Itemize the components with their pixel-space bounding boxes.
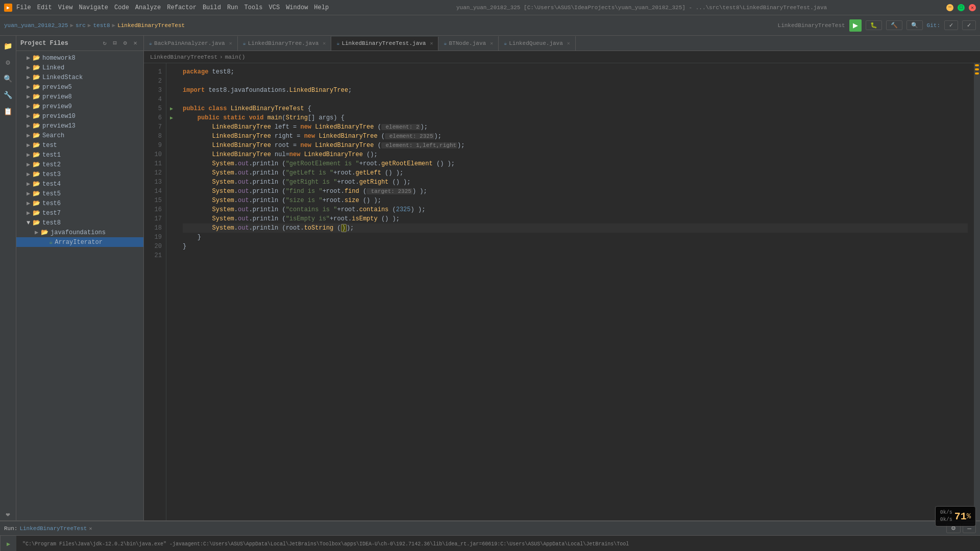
gutter-6[interactable]: ▶ — [166, 113, 177, 122]
tree-item-test1[interactable]: ▶ 📂 test1 — [16, 150, 143, 160]
code-line-17: System.out.println ("isEmpty is"+root.is… — [183, 214, 968, 223]
breadcrumb-bar: LinkedBinaryTreeTest › main() — [144, 51, 980, 63]
breadcrumb-src[interactable]: src — [76, 22, 86, 29]
tree-item-test2[interactable]: ▶ 📂 test2 — [16, 160, 143, 169]
breadcrumb-test8[interactable]: test8 — [93, 22, 110, 29]
collapse-icon[interactable]: ⊟ — [111, 39, 119, 47]
tab-backpain[interactable]: ☕ BackPainAnalyzer.java ✕ — [144, 36, 238, 51]
java-icon: ☕ — [149, 40, 152, 46]
code-line-2 — [183, 77, 968, 86]
tab-close-backpain[interactable]: ✕ — [229, 40, 232, 46]
tree-item-linkedstack[interactable]: ▶ 📂 LinkedStack — [16, 72, 143, 82]
run-config-name[interactable]: LinkedBinaryTreeTest — [19, 525, 87, 532]
minimize-button[interactable]: ─ — [946, 4, 953, 11]
tree-item-test8[interactable]: ▼ 📂 test8 — [16, 218, 143, 228]
tree-item-search[interactable]: ▶ 📂 Search — [16, 131, 143, 140]
toolbar: yuan_yuan_20182_325 ▶ src ▶ test8 ▶ Link… — [0, 15, 980, 36]
tree-item-test[interactable]: ▶ 📂 test — [16, 140, 143, 150]
build-button[interactable]: 🔨 — [886, 20, 902, 30]
tab-close-btnode[interactable]: ✕ — [490, 40, 493, 46]
menu-navigate[interactable]: Navigate — [79, 4, 108, 11]
tab-linkedbinarytree[interactable]: ☕ LinkedBinaryTree.java ✕ — [238, 36, 332, 51]
run-button[interactable]: ▶ — [849, 19, 862, 32]
sidebar-project-icon[interactable]: 📁 — [2, 40, 14, 52]
tab-close-lbt[interactable]: ✕ — [323, 40, 326, 46]
tree-label: Search — [42, 132, 64, 139]
menu-build[interactable]: Build — [203, 4, 221, 11]
menu-tools[interactable]: Tools — [244, 4, 263, 11]
menu-refactor[interactable]: Refactor — [167, 4, 197, 11]
code-line-9: LinkedBinaryTree root = new LinkedBinary… — [183, 141, 968, 150]
tree-item-arrayiterator[interactable]: ☕ ArrayIterator — [16, 237, 143, 247]
sidebar-git-icon[interactable]: 🔧 — [2, 89, 14, 101]
tree-label: test3 — [42, 171, 61, 178]
code-line-5: public class LinkedBinaryTreeTest { — [183, 104, 968, 113]
sync-icon[interactable]: ↻ — [101, 39, 109, 47]
tab-close-lq[interactable]: ✕ — [567, 40, 570, 46]
tab-linkedqueue[interactable]: ☕ LinkedQueue.java ✕ — [499, 36, 576, 51]
tree-item-preview8[interactable]: ▶ 📂 preview8 — [16, 92, 143, 102]
tree-item-preview13[interactable]: ▶ 📂 preview13 — [16, 121, 143, 131]
tree-item-homework8[interactable]: ▶ 📂 homework8 — [16, 53, 143, 63]
git-check-button[interactable]: ✓ — [944, 20, 958, 30]
menu-vcs[interactable]: VCS — [269, 4, 280, 11]
file-tree-content[interactable]: ▶ 📂 homework8 ▶ 📂 Linked ▶ 📂 LinkedStack… — [16, 51, 143, 520]
tree-item-test7[interactable]: ▶ 📂 test7 — [16, 208, 143, 218]
menu-analyze[interactable]: Analyze — [135, 4, 161, 11]
gutter-5[interactable]: ▶ — [166, 104, 177, 113]
tree-item-test6[interactable]: ▶ 📂 test6 — [16, 198, 143, 208]
right-indicator[interactable] — [974, 63, 980, 520]
tree-item-test4[interactable]: ▶ 📂 test4 — [16, 179, 143, 189]
tab-label: LinkedBinaryTreeTest.java — [341, 40, 426, 46]
tree-label: preview9 — [42, 103, 72, 110]
menu-help[interactable]: Help — [314, 4, 329, 11]
file-tree: Project Files ↻ ⊟ ⚙ ✕ ▶ 📂 homework8 ▶ 📂 … — [16, 36, 144, 520]
editor-tabs[interactable]: ☕ BackPainAnalyzer.java ✕ ☕ LinkedBinary… — [144, 36, 980, 51]
run-tab-close[interactable]: ✕ — [89, 525, 92, 532]
sidebar-bottom-icon[interactable]: ❤ — [2, 508, 14, 520]
menu-run[interactable]: Run — [227, 4, 238, 11]
tree-item-test5[interactable]: ▶ 📂 test5 — [16, 189, 143, 198]
tree-item-test3[interactable]: ▶ 📂 test3 — [16, 169, 143, 179]
tab-linkedbinarytreetest[interactable]: ☕ LinkedBinaryTreeTest.java ✕ — [331, 37, 438, 51]
sidebar-favorites-icon[interactable]: 📋 — [2, 105, 14, 117]
menu-bar[interactable]: File Edit View Navigate Code Analyze Ref… — [16, 4, 329, 11]
close-button[interactable]: ✕ — [969, 4, 976, 11]
tree-label: preview10 — [42, 113, 76, 120]
title-bar: ▶ File Edit View Navigate Code Analyze R… — [0, 0, 980, 15]
tree-item-preview5[interactable]: ▶ 📂 preview5 — [16, 82, 143, 92]
debug-button[interactable]: 🐛 — [866, 20, 882, 30]
breadcrumb-project[interactable]: yuan_yuan_20182_325 — [4, 22, 68, 29]
code-content[interactable]: package test8; import test8.javafoundati… — [177, 63, 974, 520]
settings-icon[interactable]: ⚙ — [121, 39, 129, 47]
gutter-14 — [166, 187, 177, 196]
file-tree-toolbar[interactable]: ↻ ⊟ ⚙ ✕ — [101, 39, 139, 47]
code-line-3: import test8.javafoundations.LinkedBinar… — [183, 86, 968, 95]
run-play-button[interactable]: ▶ — [3, 538, 15, 550]
menu-edit[interactable]: Edit — [37, 4, 52, 11]
close-tree-icon[interactable]: ✕ — [131, 39, 139, 47]
code-editor[interactable]: 12345 678910 1112131415 1617181920 21 ▶ … — [144, 63, 980, 520]
run-content-area: ▶ ■ ↺ 📌 ⬛ ↵ ⊞ ♥ "C:\Program Files\Java\j… — [0, 536, 980, 551]
menu-view[interactable]: View — [58, 4, 73, 11]
tree-item-javafoundations[interactable]: ▶ 📂 javafoundations — [16, 228, 143, 237]
gutter-2 — [166, 77, 177, 86]
tab-btnode[interactable]: ☕ BTNode.java ✕ — [438, 36, 499, 51]
menu-file[interactable]: File — [16, 4, 31, 11]
tree-item-preview10[interactable]: ▶ 📂 preview10 — [16, 111, 143, 121]
sidebar-search-icon[interactable]: 🔍 — [2, 72, 14, 85]
sidebar-structure-icon[interactable]: ⚙ — [2, 56, 14, 68]
gutter-21 — [166, 251, 177, 260]
breadcrumb-class[interactable]: LinkedBinaryTreeTest — [117, 22, 185, 29]
maximize-button[interactable]: □ — [958, 4, 965, 11]
search-button[interactable]: 🔍 — [906, 20, 923, 30]
git-push-button[interactable]: ✓ — [962, 20, 976, 30]
run-panel-header: Run: LinkedBinaryTreeTest ✕ ⚙ ─ — [0, 521, 980, 536]
window-controls[interactable]: ─ □ ✕ — [946, 4, 976, 11]
tree-item-linked[interactable]: ▶ 📂 Linked — [16, 63, 143, 72]
tab-close-lbtt[interactable]: ✕ — [430, 40, 433, 46]
tree-item-preview9[interactable]: ▶ 📂 preview9 — [16, 102, 143, 111]
run-output: "C:\Program Files\Java\jdk-12.0.2\bin\ja… — [16, 536, 980, 551]
menu-code[interactable]: Code — [114, 4, 129, 11]
menu-window[interactable]: Window — [286, 4, 308, 11]
